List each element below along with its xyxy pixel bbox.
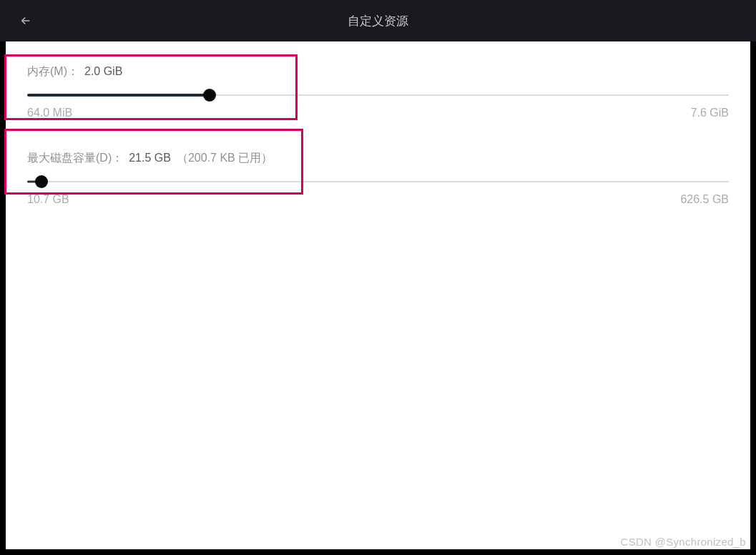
memory-value: 2.0 GiB: [84, 65, 122, 78]
disk-used-suffix: （200.7 KB 已用）: [177, 151, 273, 166]
disk-value: 21.5 GB: [129, 152, 171, 164]
disk-setting: 最大磁盘容量(D)： 21.5 GB （200.7 KB 已用） 10.7 GB…: [23, 141, 733, 217]
content-panel: 内存(M)： 2.0 GiB 64.0 MiB 7.6 GiB 最大磁盘容量(D…: [0, 41, 756, 555]
disk-range: 10.7 GB 626.5 GB: [27, 193, 729, 206]
disk-slider[interactable]: [27, 175, 729, 189]
memory-setting: 内存(M)： 2.0 GiB 64.0 MiB 7.6 GiB: [23, 54, 733, 131]
memory-min: 64.0 MiB: [27, 107, 72, 119]
header-bar: 自定义资源: [0, 0, 756, 41]
disk-track: [27, 181, 729, 182]
memory-max: 7.6 GiB: [691, 107, 729, 119]
memory-track-fill: [27, 94, 210, 97]
memory-range: 64.0 MiB 7.6 GiB: [27, 107, 729, 119]
disk-min: 10.7 GB: [27, 193, 69, 206]
page-title: 自定义资源: [348, 13, 408, 29]
memory-label: 内存(M)：: [27, 64, 79, 79]
memory-thumb[interactable]: [203, 89, 216, 102]
disk-label: 最大磁盘容量(D)：: [27, 151, 123, 166]
disk-label-row: 最大磁盘容量(D)： 21.5 GB （200.7 KB 已用）: [27, 151, 729, 166]
back-button[interactable]: [17, 12, 34, 29]
arrow-left-icon: [19, 14, 32, 27]
memory-label-row: 内存(M)： 2.0 GiB: [27, 64, 729, 79]
disk-thumb[interactable]: [35, 175, 48, 188]
disk-max: 626.5 GB: [680, 193, 729, 206]
memory-slider[interactable]: [27, 88, 729, 102]
